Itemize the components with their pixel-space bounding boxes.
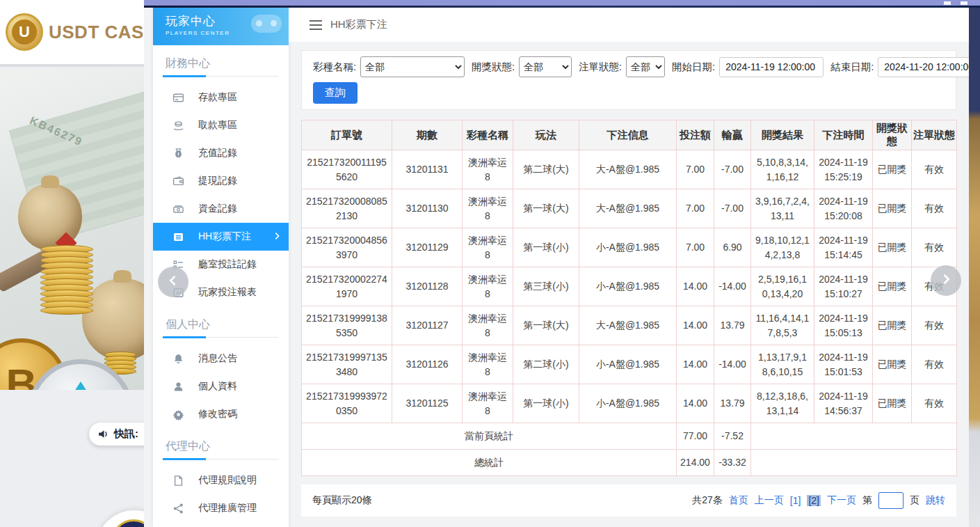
table-cell: 第一球(大)	[513, 189, 579, 228]
table-cell: 31201131	[392, 150, 463, 189]
table-cell: 已開獎	[873, 267, 912, 306]
window-icon	[961, 1, 967, 5]
user-icon	[172, 381, 184, 393]
column-header: 下注時間	[814, 120, 873, 150]
order-status-label: 注單狀態:	[579, 61, 622, 74]
sidebar-item-agent-rules[interactable]: 代理規則說明	[153, 466, 289, 494]
table-cell: 小-A盤@1.985	[579, 384, 677, 423]
summary-empty	[751, 423, 957, 450]
lottery-list-icon	[172, 231, 184, 243]
sidebar-item-recharge-records[interactable]: 充值記錄	[153, 139, 289, 167]
page-link[interactable]: 上一页	[755, 494, 784, 507]
table-cell: 2152173199939720350	[302, 384, 392, 423]
section-divider	[163, 337, 279, 338]
bitcoin-letter: B	[6, 359, 38, 391]
table-cell: 2152173199991385350	[302, 306, 392, 345]
summary-bet-total: 77.00	[677, 423, 714, 450]
table-cell: 小-A盤@1.985	[579, 228, 677, 267]
page-size-text: 每頁顯示20條	[312, 494, 372, 507]
background-photo-edge	[969, 8, 980, 527]
sidebar-item-withdraw-zone[interactable]: 取款專區	[153, 111, 289, 139]
promo-photo: KB46279 B ETHEREUM	[0, 70, 144, 390]
sidebar-item-agent-promotion[interactable]: 代理推廣管理	[153, 494, 289, 522]
table-cell: 澳洲幸运8	[463, 345, 513, 384]
lottery-name-select[interactable]: 全部	[360, 56, 465, 77]
sidebar-item-hh-lottery-bets[interactable]: HH彩票下注	[153, 223, 289, 251]
table-cell: 1,13,17,9,18,6,10,15	[751, 345, 814, 384]
table-cell: 31201127	[392, 306, 463, 345]
column-header: 開獎結果	[751, 120, 814, 150]
summary-label: 當前頁統計	[302, 423, 677, 450]
sidebar-item-deposit-zone[interactable]: 存款專區	[153, 84, 289, 111]
table-cell: 第二球(大)	[513, 150, 579, 189]
table-cell: 澳洲幸运8	[463, 384, 513, 423]
table-cell: 有效	[912, 345, 957, 384]
section-title: 代理中心	[153, 428, 289, 453]
sidebar-item-withdrawal-records[interactable]: 提現記錄	[153, 167, 289, 195]
table-cell: 2152173200048563970	[302, 228, 392, 267]
table-cell: 2024-11-19 15:01:53	[814, 345, 873, 384]
table-cell: -7.00	[714, 189, 751, 228]
table-cell: 8,12,3,18,6,13,1,14	[751, 384, 814, 423]
page-summary-row: 當前頁統計77.00-7.52	[302, 423, 957, 450]
page-link[interactable]: 首页	[729, 494, 748, 507]
column-header: 下注信息	[579, 120, 677, 150]
table-row: 215217319997135348031201126澳洲幸运8第二球(小)小-…	[302, 345, 957, 384]
table-row: 215217320008085213031201130澳洲幸运8第一球(大)大-…	[302, 189, 957, 228]
table-cell: 第一球(大)	[513, 306, 579, 345]
sidebar-item-announcements[interactable]: 消息公告	[153, 345, 289, 372]
column-header: 注單狀態	[912, 120, 957, 150]
summary-label: 總統計	[302, 450, 677, 476]
sidebar-item-label: 提現記錄	[198, 175, 237, 187]
table-cell: 6.90	[714, 228, 751, 267]
page-link[interactable]: 下一页	[827, 494, 856, 507]
table-cell: 31201128	[392, 267, 463, 306]
table-cell: 13.79	[714, 306, 751, 345]
jump-label-before: 第	[862, 494, 872, 507]
sidebar-item-label: 代理推廣管理	[198, 502, 257, 514]
sidebar-item-label: 玩家投注報表	[198, 286, 257, 299]
ticker-label: 快訊:	[114, 427, 138, 441]
panel-expand-button[interactable]	[931, 265, 961, 296]
start-date-input[interactable]	[719, 57, 824, 77]
sidebar-item-label: 修改密碼	[198, 408, 237, 420]
table-cell: 31201130	[392, 189, 463, 228]
page-link[interactable]: [1]	[790, 495, 801, 506]
sidebar-item-profile[interactable]: 個人資料	[153, 372, 289, 400]
sidebar-item-change-password[interactable]: 修改密碼	[153, 400, 289, 428]
table-row: 215217319993972035031201125澳洲幸运8第一球(小)小-…	[302, 384, 957, 423]
section-divider	[163, 76, 279, 77]
draw-status-select[interactable]: 全部	[519, 56, 572, 77]
table-cell: 大-A盤@1.985	[579, 150, 677, 189]
document-icon	[172, 475, 184, 487]
sidebar-collapse-button[interactable]	[158, 267, 188, 297]
table-header-row: 訂單號期數彩種名稱玩法下注信息投注額輸贏開獎結果下注時間開獎狀態注單狀態	[302, 120, 957, 150]
sidebar-item-label: 個人資料	[198, 380, 237, 393]
table-cell: 澳洲幸运8	[463, 306, 513, 345]
table-cell: 7.00	[677, 189, 714, 228]
search-button[interactable]: 查詢	[313, 82, 358, 104]
sidebar-item-label: 消息公告	[198, 352, 237, 365]
table-cell: 第一球(小)	[513, 228, 579, 267]
table-cell: 14.00	[677, 267, 714, 306]
table-cell: 第三球(小)	[513, 267, 579, 306]
sidebar-header: 玩家中心 PLAYERS CENTER	[153, 8, 289, 45]
table-cell: 第一球(小)	[513, 384, 579, 423]
money-bag-icon	[172, 148, 184, 159]
table-cell: 2152173199971353480	[302, 345, 392, 384]
jump-label-after: 页	[910, 494, 919, 507]
sidebar-item-funds-records[interactable]: 資金記錄	[153, 195, 289, 223]
sidebar-item-label: 代理規則說明	[198, 474, 257, 487]
table-cell: 澳洲幸运8	[463, 228, 513, 267]
table-cell: 2152173200022741970	[302, 267, 392, 306]
end-date-input[interactable]	[878, 57, 980, 77]
jump-button[interactable]: 跳转	[926, 494, 945, 507]
menu-toggle-icon[interactable]	[310, 20, 322, 30]
order-status-select[interactable]: 全部	[626, 56, 665, 77]
coin-stack	[40, 248, 93, 315]
withdraw-hand-icon	[172, 120, 184, 132]
table-cell: 2152173200111955620	[302, 150, 392, 189]
share-icon	[172, 503, 184, 514]
jump-page-input[interactable]	[878, 492, 903, 509]
table-cell: 有效	[912, 189, 957, 228]
